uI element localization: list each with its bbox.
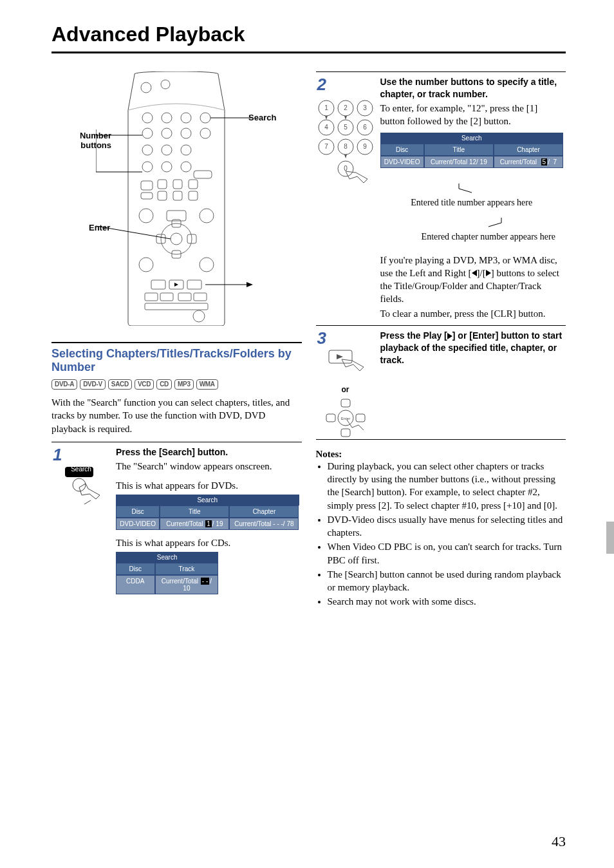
svg-point-15: [181, 162, 191, 172]
svg-point-0: [141, 82, 151, 93]
intro-text: With the "Search" function you can selec…: [51, 396, 302, 435]
svg-point-1: [161, 80, 170, 89]
step-1: 1 Search Press the [Search] button. The …: [51, 442, 302, 601]
cd-track-val: Current/Total - -/ 10: [155, 575, 219, 594]
step2-clr: To clear a number, press the [CLR] butto…: [380, 307, 564, 320]
callout-line-chapter: [424, 218, 553, 228]
step1-title: Press the [Search] button.: [116, 446, 299, 458]
step2-tail: If you're playing a DVD, MP3, or WMA dis…: [380, 254, 564, 306]
label-search: Search: [248, 113, 276, 122]
svg-point-7: [162, 128, 172, 138]
svg-text:2: 2: [344, 104, 348, 111]
step1-body: The "Search" window appears onscreen.: [116, 460, 299, 473]
dvd-title-val: Current/Total 1/ 19: [160, 518, 229, 530]
remote-illustration: [96, 71, 257, 326]
svg-marker-75: [325, 116, 328, 120]
dvd-disc-val: DVD-VIDEO: [116, 518, 160, 530]
note-item: When Video CD PBC is on, you can't searc…: [328, 540, 566, 567]
svg-rect-18: [158, 180, 167, 189]
svg-text:Enter: Enter: [340, 417, 349, 420]
step2-body: To enter, for example, "12", press the […: [380, 102, 564, 128]
svg-rect-38: [187, 280, 201, 289]
right-arrow-icon: [486, 270, 491, 276]
svg-rect-16: [194, 171, 212, 178]
svg-marker-52: [247, 282, 253, 287]
svg-text:3: 3: [363, 104, 367, 111]
s2-disc-val: DVD-VIDEO: [380, 156, 424, 168]
svg-rect-40: [160, 293, 173, 301]
svg-point-12: [181, 145, 191, 155]
svg-rect-24: [189, 191, 198, 200]
search-panel-cd: Search Disc Track CDDA Current/Total - -…: [116, 552, 218, 594]
format-badges: DVD-A DVD-V SACD VCD CD MP3 WMA: [51, 379, 302, 390]
label-number-buttons: Number buttons: [63, 131, 111, 150]
svg-rect-21: [141, 193, 153, 199]
badge-sacd: SACD: [108, 379, 132, 390]
note-item: During playback, you can select other ch…: [328, 460, 566, 512]
badge-vcd: VCD: [135, 379, 154, 390]
svg-text:5: 5: [344, 124, 348, 131]
svg-point-29: [171, 233, 182, 245]
svg-point-2: [142, 113, 153, 123]
page-edge-tab: [606, 522, 614, 554]
press-enter-icon: Enter: [324, 398, 367, 439]
or-label: or: [342, 385, 349, 394]
dvd-col-chapter: Chapter: [229, 505, 299, 518]
note-item: DVD-Video discs usually have menus for s…: [328, 513, 566, 540]
step-number-3: 3: [317, 328, 326, 348]
svg-text:9: 9: [363, 143, 367, 150]
svg-rect-17: [141, 181, 153, 190]
notes-heading: Notes:: [316, 449, 566, 460]
svg-rect-19: [173, 180, 182, 189]
svg-point-6: [142, 128, 153, 138]
svg-point-4: [181, 113, 191, 123]
svg-rect-42: [194, 293, 207, 301]
svg-marker-79: [337, 354, 343, 359]
svg-rect-20: [189, 180, 198, 189]
svg-text:6: 6: [363, 124, 367, 131]
svg-rect-81: [341, 429, 350, 437]
svg-rect-36: [151, 280, 165, 289]
svg-point-5: [200, 113, 210, 123]
badge-wma: WMA: [196, 379, 218, 390]
remote-diagram: Number buttons Search Enter: [51, 71, 302, 335]
svg-rect-23: [173, 191, 182, 200]
callout-chapter-text: Entered chapter number appears here: [422, 231, 555, 243]
search-panel-step2: Search Disc Title Chapter DVD-VIDEO Curr…: [380, 133, 564, 168]
svg-rect-22: [158, 191, 167, 200]
svg-marker-50: [174, 283, 178, 287]
cd-disc-val: CDDA: [116, 575, 155, 594]
svg-point-44: [193, 310, 205, 322]
svg-text:1: 1: [324, 104, 328, 111]
svg-rect-43: [145, 303, 208, 310]
svg-marker-77: [344, 155, 347, 158]
step3-title: Press the Play [] or [Enter] button to s…: [380, 330, 564, 366]
svg-point-9: [200, 128, 210, 138]
svg-text:8: 8: [344, 143, 348, 150]
dvd-chapter-val: Current/Total - - -/ 78: [229, 518, 299, 530]
step1-caption-cd: This is what appears for CDs.: [116, 536, 299, 549]
s2-panel-header: Search: [380, 133, 564, 144]
s2-chapter-val: Current/Total 5/ 7: [494, 156, 563, 168]
step-number-2: 2: [317, 75, 326, 95]
s2-col-title: Title: [424, 144, 494, 156]
svg-rect-80: [341, 399, 350, 407]
play-arrow-icon: [447, 333, 452, 339]
s2-col-chapter: Chapter: [494, 144, 563, 156]
svg-point-14: [162, 162, 172, 172]
label-enter: Enter: [89, 223, 110, 232]
badge-mp3: MP3: [174, 379, 194, 390]
notes-list: During playback, you can select other ch…: [316, 460, 566, 609]
callout-line-title: [407, 184, 536, 194]
svg-point-3: [162, 113, 172, 123]
svg-rect-83: [356, 414, 365, 422]
svg-point-8: [181, 128, 191, 138]
svg-point-35: [200, 258, 214, 272]
step1-caption-dvd: This is what appears for DVDs.: [116, 479, 299, 492]
section-heading: Selecting Chapters/Titles/Tracks/Folders…: [51, 342, 302, 374]
s2-title-val: Current/Total 12/ 19: [424, 156, 494, 168]
svg-point-25: [139, 209, 153, 223]
dvd-col-title: Title: [160, 505, 229, 518]
left-arrow-icon: [472, 270, 477, 276]
step2-title: Use the number buttons to specify a titl…: [380, 76, 564, 100]
